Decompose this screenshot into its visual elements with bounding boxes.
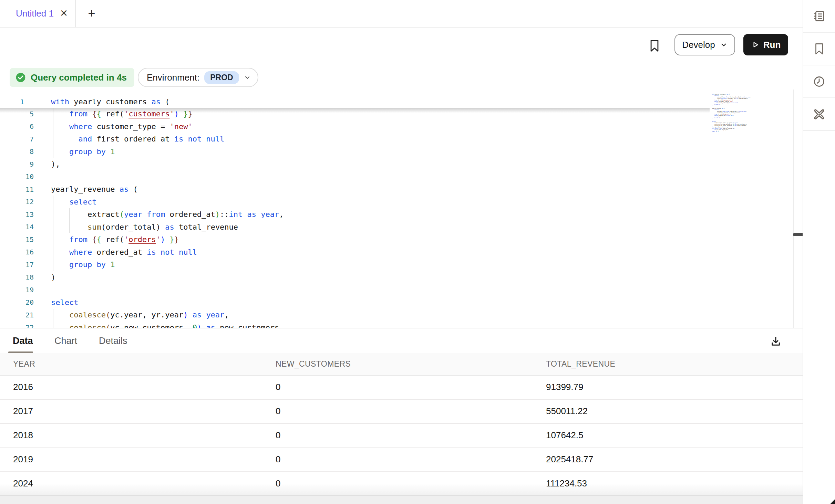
environment-label: Environment: xyxy=(147,72,199,83)
table-cell: 0 xyxy=(276,478,546,489)
table-body: 2016091399.7920170550011.2220180107642.5… xyxy=(0,376,803,496)
code-line-12[interactable]: 12 select xyxy=(0,196,710,208)
ide-window: Untitled 1 ✕ + Develop Ru xyxy=(0,0,835,504)
editor-right-divider xyxy=(793,90,794,328)
line-number: 19 xyxy=(0,286,34,294)
code-line-7[interactable]: 7 and first_ordered_at is not null xyxy=(0,133,710,145)
code-line-6[interactable]: 6 where customer_type = 'new' xyxy=(0,120,710,133)
table-cell: 2017 xyxy=(13,406,276,417)
tab-bar: Untitled 1 ✕ + xyxy=(0,0,803,28)
indent-guide xyxy=(69,208,70,233)
code-line-21[interactable]: 21 coalesce(yc.year, yr.year) as year, xyxy=(0,308,710,321)
indent-guide xyxy=(53,196,53,271)
code-line-22[interactable]: 22 coalesce(yc.new_customers, 0) as new_… xyxy=(0,321,710,328)
window-resize-grip[interactable] xyxy=(830,499,835,504)
code-line-20[interactable]: 20select xyxy=(0,296,710,309)
environment-selector[interactable]: Environment: PROD xyxy=(138,68,258,87)
line-number: 20 xyxy=(0,298,34,306)
line-number: 10 xyxy=(0,172,34,181)
status-bar: Query completed in 4s Environment: PROD xyxy=(0,65,803,90)
table-cell: 550011.22 xyxy=(546,406,803,417)
sticky-shadow xyxy=(0,108,710,113)
bottom-scrollbar-track[interactable] xyxy=(0,495,803,504)
query-status-text: Query completed in 4s xyxy=(31,72,127,83)
tab-details[interactable]: Details xyxy=(99,328,127,353)
line-number: 11 xyxy=(0,185,34,193)
line-number: 15 xyxy=(0,235,34,244)
bookmark-button[interactable] xyxy=(647,34,662,58)
tab-untitled-1[interactable]: Untitled 1 ✕ xyxy=(0,0,76,27)
table-cell: 2025418.77 xyxy=(546,454,803,465)
code-line-9[interactable]: 9), xyxy=(0,158,710,170)
code-line-8[interactable]: 8 group by 1 xyxy=(0,145,710,158)
table-cell: 0 xyxy=(276,406,546,417)
sidebar-item-notebook[interactable] xyxy=(803,0,835,33)
code-line-13[interactable]: 13 extract(year from ordered_at)::int as… xyxy=(0,208,710,221)
code-line-10[interactable]: 10 xyxy=(0,170,710,183)
pane-resize-handle[interactable] xyxy=(793,233,803,236)
results-panel: Data Chart Details YEARNEW_CUSTOMERSTOTA… xyxy=(0,328,803,504)
table-cell: 2019 xyxy=(13,454,276,465)
code-line-16[interactable]: 16 where ordered_at is not null xyxy=(0,246,710,259)
play-icon xyxy=(751,40,760,49)
notebook-icon xyxy=(813,10,826,23)
run-button[interactable]: Run xyxy=(743,34,788,55)
right-sidebar xyxy=(803,0,835,504)
indent-guide xyxy=(53,309,53,328)
sidebar-item-dbt-assistant[interactable] xyxy=(803,98,835,131)
code-line-11[interactable]: 11yearly_revenue as ( xyxy=(0,183,710,196)
sticky-line: 1 with yearly_customers as ( xyxy=(0,95,710,108)
code-editor[interactable]: 5 from {{ ref('customers') }}6 where cus… xyxy=(0,90,803,328)
download-icon xyxy=(769,335,782,348)
run-label: Run xyxy=(763,40,781,50)
line-number: 22 xyxy=(0,323,34,328)
line-number: 17 xyxy=(0,261,34,269)
results-tab-bar: Data Chart Details xyxy=(0,328,803,353)
line-number: 12 xyxy=(0,198,34,206)
new-tab-button[interactable]: + xyxy=(81,0,102,27)
tab-title: Untitled 1 xyxy=(16,8,54,19)
chevron-down-icon xyxy=(244,74,251,81)
code-line-17[interactable]: 17 group by 1 xyxy=(0,258,710,271)
history-clock-icon xyxy=(813,75,826,88)
table-cell: 107642.5 xyxy=(546,430,803,441)
tab-data[interactable]: Data xyxy=(13,328,33,353)
line-number: 8 xyxy=(0,147,34,156)
tab-chart[interactable]: Chart xyxy=(54,328,77,353)
table-cell: 2016 xyxy=(13,382,276,392)
column-header-year: YEAR xyxy=(13,359,276,369)
table-row: 20240111234.53 xyxy=(0,472,803,496)
table-cell: 111234.53 xyxy=(546,478,803,489)
table-cell: 0 xyxy=(276,454,546,465)
active-tab-indicator xyxy=(8,351,33,353)
code-line-19[interactable]: 19 xyxy=(0,283,710,296)
bookmark-icon xyxy=(649,39,660,53)
code-line-15[interactable]: 15 from {{ ref('orders') }} xyxy=(0,233,710,246)
line-number: 6 xyxy=(0,122,34,130)
sticky-line-code: with yearly_customers as ( xyxy=(51,97,169,106)
line-number: 21 xyxy=(0,311,34,319)
sidebar-item-history[interactable] xyxy=(803,65,835,98)
table-cell: 0 xyxy=(276,430,546,441)
code-line-14[interactable]: 14 sum(order_total) as total_revenue xyxy=(0,221,710,233)
minimap[interactable]: with yearly_customers as ( select extrac… xyxy=(712,94,754,135)
line-number: 13 xyxy=(0,210,34,219)
table-cell: 2024 xyxy=(13,478,276,489)
table-row: 2016091399.79 xyxy=(0,376,803,400)
table-cell: 91399.79 xyxy=(546,382,803,392)
code-line-18[interactable]: 18) xyxy=(0,271,710,284)
line-number: 7 xyxy=(0,135,34,143)
develop-dropdown[interactable]: Develop xyxy=(674,34,735,55)
table-header-row: YEARNEW_CUSTOMERSTOTAL_REVENUE xyxy=(0,353,803,376)
success-check-icon xyxy=(15,72,26,83)
table-row: 20180107642.5 xyxy=(0,424,803,448)
close-tab-icon[interactable]: ✕ xyxy=(60,9,68,18)
sidebar-item-bookmarks[interactable] xyxy=(803,33,835,65)
table-row: 201902025418.77 xyxy=(0,448,803,472)
toolbar: Develop Run xyxy=(0,28,803,65)
table-cell: 2018 xyxy=(13,430,276,441)
bookmark-icon xyxy=(813,42,825,55)
query-status-badge: Query completed in 4s xyxy=(10,68,134,87)
line-number: 16 xyxy=(0,248,34,256)
download-results-button[interactable] xyxy=(768,334,783,349)
